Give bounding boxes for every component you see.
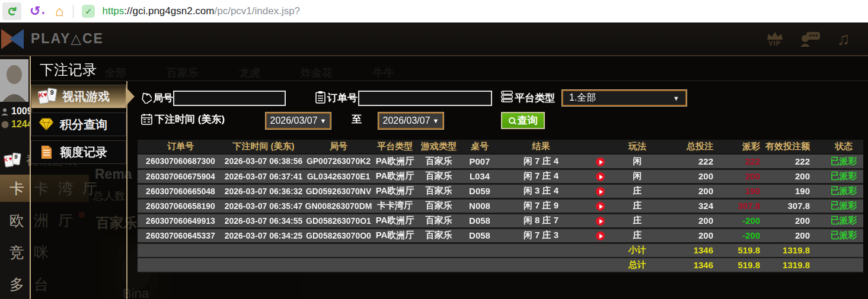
cell-bet_time: 2026-03-07 06:34:25 xyxy=(224,228,304,243)
order-no-label: 订单号 xyxy=(327,91,358,105)
url-domain: ://gci.png4gsn2.com xyxy=(124,5,214,17)
order-no-input[interactable] xyxy=(358,91,492,106)
summary-payout: 519.8 xyxy=(720,243,765,258)
search-button[interactable]: 查询 xyxy=(501,112,545,129)
result-video-cell xyxy=(584,169,617,184)
table-header-cell: 玩法 xyxy=(617,140,658,154)
security-shield-icon[interactable]: ✓ xyxy=(82,5,95,18)
cell-result: 闲 8 庄 7 xyxy=(498,213,584,228)
table-summary-row: 小计1346519.81319.8 xyxy=(138,243,863,258)
main-area: 全部百家乐龙虎炸金花牛牛 1009 xyxy=(0,56,868,299)
menu-item-quota-record[interactable]: 额度记录 xyxy=(31,140,126,164)
table-row: 2603070606650482026-03-07 06:36:32GD0592… xyxy=(138,184,863,198)
platform-list-icon xyxy=(501,91,513,102)
date-from-value: 2026/03/07 xyxy=(270,115,318,126)
table-header-cell: 结果 xyxy=(498,140,584,154)
cell-order_no: 260307060649913 xyxy=(138,213,224,228)
cell-total_bet: 200 xyxy=(658,228,720,243)
cell-status: 已派彩 xyxy=(824,228,863,243)
play-video-button[interactable] xyxy=(596,202,605,211)
cell-platform: 卡卡湾厅 xyxy=(374,198,416,213)
summary-valid_bet: 1319.8 xyxy=(765,258,824,272)
customer-service-button[interactable] xyxy=(800,31,821,47)
cell-valid_bet: 200 xyxy=(765,228,824,243)
result-video-cell xyxy=(584,213,617,228)
vip-button[interactable]: VIP xyxy=(766,31,784,47)
cell-table_no: N008 xyxy=(461,198,498,213)
menu-item-label: 视讯游戏 xyxy=(62,89,110,105)
table-row: 2603070606873002026-03-07 06:38:56GP0072… xyxy=(138,154,863,169)
cell-game_type: 百家乐 xyxy=(416,213,461,228)
cell-payout: 190 xyxy=(720,184,765,198)
chat-person-icon xyxy=(800,31,821,47)
cell-play_type: 闲 xyxy=(617,169,658,184)
search-icon xyxy=(509,117,515,124)
cell-play_type: 庄 xyxy=(617,198,658,213)
cell-result: 闲 7 庄 4 xyxy=(498,169,584,184)
date-from-picker[interactable]: 2026/03/07 ▼ xyxy=(266,112,331,129)
cell-order_no: 260307060675904 xyxy=(138,169,224,184)
panel-title-bar xyxy=(31,56,868,81)
table-header-cell: 总投注 xyxy=(658,140,720,154)
menu-item-video-games[interactable]: 9K♥ 视讯游戏 xyxy=(31,85,126,108)
home-button[interactable]: ⌂ xyxy=(44,2,64,20)
cell-platform: PA欧洲厅 xyxy=(374,169,416,184)
cell-game_type: 百家乐 xyxy=(416,169,461,184)
cell-valid_bet: 307.8 xyxy=(765,198,824,213)
summary-total_bet: 1346 xyxy=(658,258,720,272)
screen: ↻ ↺ ▾ ⌂ ✓ https ://gci.png4gsn2.com /pc/… xyxy=(0,0,868,299)
date-to-picker[interactable]: 2026/03/07 ▼ xyxy=(378,112,443,129)
to-label: 至 xyxy=(352,112,362,126)
summary-valid_bet: 1319.8 xyxy=(765,243,824,258)
cell-payout: 222 xyxy=(720,154,765,169)
refresh-button[interactable]: ↻ xyxy=(2,2,21,20)
logo-icon xyxy=(1,28,25,50)
table-header-row: 订单号下注时间 (美东)局号平台类型游戏类型桌号结果玩法总投注派彩有效投注额状态 xyxy=(138,140,863,154)
table-row: 2603070606453372026-03-07 06:34:25GD0582… xyxy=(138,228,863,243)
cell-game_no: GP007263070K2 xyxy=(304,154,374,169)
cell-total_bet: 324 xyxy=(658,198,720,213)
table-header-cell xyxy=(584,140,617,154)
cell-play_type: 庄 xyxy=(617,184,658,198)
back-button[interactable]: ↺ ▾ xyxy=(30,2,44,20)
play-video-button[interactable] xyxy=(596,187,605,196)
cell-valid_bet: 200 xyxy=(765,213,824,228)
cell-game_no: GL034263070E1 xyxy=(304,169,374,184)
brand-text: PLAY△CE xyxy=(31,31,104,47)
cell-platform: PA欧洲厅 xyxy=(374,228,416,243)
cell-play_type: 庄 xyxy=(617,228,658,243)
bet-time-label: 下注时间 (美东) xyxy=(155,112,225,126)
menu-item-label: 积分查询 xyxy=(60,117,107,133)
date-to-value: 2026/03/07 xyxy=(383,115,430,126)
cell-total_bet: 222 xyxy=(658,154,720,169)
cell-status: 已派彩 xyxy=(824,154,863,169)
cell-game_type: 百家乐 xyxy=(416,198,461,213)
play-video-button[interactable] xyxy=(596,172,605,181)
tag-icon xyxy=(141,92,152,104)
cell-payout: 200 xyxy=(720,169,765,184)
summary-total_bet: 1346 xyxy=(658,243,720,258)
platform-type-dropdown[interactable]: 1.全部 ▼ xyxy=(562,90,687,106)
cell-game_no: GN008263070DM xyxy=(304,198,374,213)
cell-platform: PA欧洲厅 xyxy=(374,213,416,228)
result-video-cell xyxy=(584,154,617,169)
menu-item-points-query[interactable]: 积分查询 xyxy=(31,112,126,136)
play-video-button[interactable] xyxy=(596,232,605,240)
cell-play_type: 庄 xyxy=(617,213,658,228)
summary-label: 总计 xyxy=(617,258,658,272)
table-summary-row: 总计1346519.81319.8 xyxy=(138,258,863,272)
table-header-cell: 局号 xyxy=(304,140,374,154)
table-header-cell: 状态 xyxy=(824,140,863,154)
summary-status-spacer xyxy=(824,258,863,272)
summary-spacer xyxy=(138,243,617,258)
address-bar[interactable]: https ://gci.png4gsn2.com /pc/pcv1/index… xyxy=(102,5,300,17)
game-no-input[interactable] xyxy=(173,91,286,106)
play-video-button[interactable] xyxy=(596,157,605,166)
music-button[interactable]: ♫ xyxy=(837,29,851,49)
cell-bet_time: 2026-03-07 06:37:41 xyxy=(224,169,304,184)
summary-status-spacer xyxy=(824,243,863,258)
platform-type-label: 平台类型 xyxy=(515,91,555,105)
cell-valid_bet: 190 xyxy=(765,184,824,198)
playing-cards-icon: 9K♥ xyxy=(39,88,56,105)
play-video-button[interactable] xyxy=(596,217,605,226)
